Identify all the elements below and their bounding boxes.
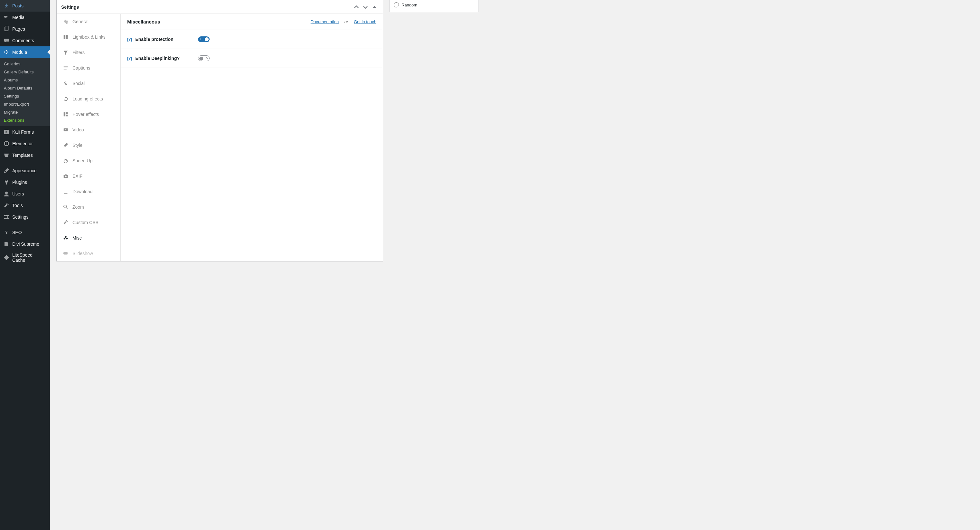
- tab-social[interactable]: Social: [57, 76, 120, 91]
- menu-templates[interactable]: Templates: [0, 150, 50, 161]
- submenu-import-export[interactable]: Import/Export: [0, 100, 50, 108]
- tab-misc[interactable]: Misc: [57, 230, 120, 246]
- templates-icon: [3, 152, 10, 158]
- svg-text:Y: Y: [5, 230, 8, 235]
- menu-elementor[interactable]: Elementor: [0, 138, 50, 150]
- tab-general[interactable]: General: [57, 14, 120, 29]
- kali-icon: K: [3, 129, 10, 135]
- radio-random[interactable]: [394, 2, 399, 7]
- svg-rect-21: [66, 37, 68, 39]
- tab-filters[interactable]: Filters: [57, 45, 120, 60]
- tab-slideshow[interactable]: Slideshow: [57, 246, 120, 261]
- svg-rect-25: [64, 112, 65, 116]
- tab-custom-css[interactable]: Custom CSS: [57, 215, 120, 230]
- radio-label: Random: [401, 3, 417, 7]
- get-in-touch-link[interactable]: Get in touch: [354, 19, 376, 24]
- side-metabox: Random: [390, 0, 479, 12]
- tab-video[interactable]: Video: [57, 122, 120, 137]
- svg-point-14: [5, 215, 6, 216]
- svg-point-31: [65, 175, 66, 177]
- tab-lightbox-links[interactable]: Lightbox & Links: [57, 29, 120, 45]
- svg-rect-7: [6, 142, 8, 143]
- svg-rect-19: [66, 35, 68, 37]
- tab-hover-effects[interactable]: Hover effects: [57, 107, 120, 122]
- menu-divi-supreme[interactable]: Divi Supreme: [0, 238, 50, 250]
- tab-download[interactable]: Download: [57, 184, 120, 199]
- tab-captions[interactable]: Captions: [57, 60, 120, 76]
- tab-label: EXIF: [72, 173, 83, 179]
- chevron-up-icon[interactable]: [353, 3, 360, 11]
- svg-point-33: [64, 205, 67, 208]
- svg-point-35: [66, 238, 68, 239]
- submenu-album-defaults[interactable]: Album Defaults: [0, 84, 50, 92]
- hover-icon: [63, 111, 68, 117]
- collapse-icon[interactable]: [371, 3, 378, 11]
- lightbox-icon: [63, 34, 68, 40]
- svg-point-16: [5, 218, 7, 219]
- tab-label: Lightbox & Links: [72, 35, 106, 40]
- tab-label: Custom CSS: [72, 220, 99, 225]
- radio-row-random[interactable]: Random: [394, 2, 474, 8]
- menu-tools[interactable]: Tools: [0, 200, 50, 211]
- tab-exif[interactable]: EXIF: [57, 169, 120, 184]
- menu-comments[interactable]: Comments: [0, 35, 50, 46]
- modula-submenu: Galleries Gallery Defaults Albums Album …: [0, 58, 50, 126]
- menu-settings[interactable]: Settings: [0, 211, 50, 223]
- help-badge[interactable]: [?]: [127, 56, 132, 60]
- divi-icon: [3, 241, 10, 247]
- menu-label: Users: [12, 191, 24, 196]
- menu-kali-forms[interactable]: K Kali Forms: [0, 126, 50, 138]
- documentation-link[interactable]: Documentation: [311, 19, 339, 24]
- or-separator: - or -: [342, 19, 351, 24]
- menu-litespeed[interactable]: LiteSpeed Cache: [0, 250, 50, 261]
- submenu-extensions[interactable]: Extensions: [0, 116, 50, 124]
- setting-label: Enable protection: [135, 37, 173, 42]
- submenu-migrate[interactable]: Migrate: [0, 108, 50, 116]
- help-badge[interactable]: [?]: [127, 37, 132, 41]
- brush-icon: [3, 167, 10, 174]
- tab-zoom[interactable]: Zoom: [57, 199, 120, 215]
- menu-modula[interactable]: Modula: [0, 46, 50, 58]
- tab-label: Zoom: [72, 204, 84, 210]
- svg-point-15: [7, 216, 8, 218]
- submenu-gallery-defaults[interactable]: Gallery Defaults: [0, 68, 50, 76]
- captions-icon: [63, 65, 68, 71]
- menu-label: SEO: [12, 230, 22, 235]
- settings-title: Settings: [61, 5, 79, 10]
- svg-rect-9: [6, 144, 8, 145]
- settings-panel: Miscellaneous Documentation - or - Get i…: [121, 14, 383, 261]
- menu-label: Settings: [12, 215, 29, 220]
- svg-rect-39: [67, 252, 68, 254]
- tab-loading-effects[interactable]: Loading effects: [57, 91, 120, 107]
- toggle-enable-protection[interactable]: [198, 37, 210, 42]
- tab-label: Download: [72, 189, 92, 194]
- pages-icon: [3, 26, 10, 32]
- menu-seo[interactable]: Y SEO: [0, 227, 50, 238]
- modula-icon: [3, 49, 10, 56]
- svg-rect-38: [64, 252, 64, 254]
- settings-tabs: GeneralLightbox & LinksFiltersCaptionsSo…: [57, 14, 121, 261]
- menu-posts[interactable]: Posts: [0, 0, 50, 11]
- svg-rect-8: [6, 143, 8, 144]
- toggle-enable-deeplinking-[interactable]: [198, 56, 210, 61]
- menu-media[interactable]: Media: [0, 11, 50, 23]
- menu-users[interactable]: Users: [0, 188, 50, 200]
- menu-pages[interactable]: Pages: [0, 23, 50, 35]
- menu-label: Divi Supreme: [12, 242, 39, 247]
- submenu-settings[interactable]: Settings: [0, 92, 50, 100]
- submenu-albums[interactable]: Albums: [0, 76, 50, 84]
- tab-speed-up[interactable]: Speed Up: [57, 153, 120, 169]
- svg-rect-18: [64, 35, 65, 37]
- submenu-galleries[interactable]: Galleries: [0, 60, 50, 68]
- tab-style[interactable]: Style: [57, 137, 120, 153]
- tab-label: Style: [72, 143, 83, 148]
- menu-appearance[interactable]: Appearance: [0, 165, 50, 177]
- menu-plugins[interactable]: Plugins: [0, 177, 50, 188]
- menu-label: Elementor: [12, 141, 33, 146]
- metabox-controls: [353, 3, 378, 11]
- video-icon: [63, 127, 68, 133]
- chevron-down-icon[interactable]: [361, 3, 369, 11]
- link-icon: [63, 81, 68, 86]
- svg-point-0: [4, 16, 6, 18]
- panel-heading: Miscellaneous: [127, 19, 160, 24]
